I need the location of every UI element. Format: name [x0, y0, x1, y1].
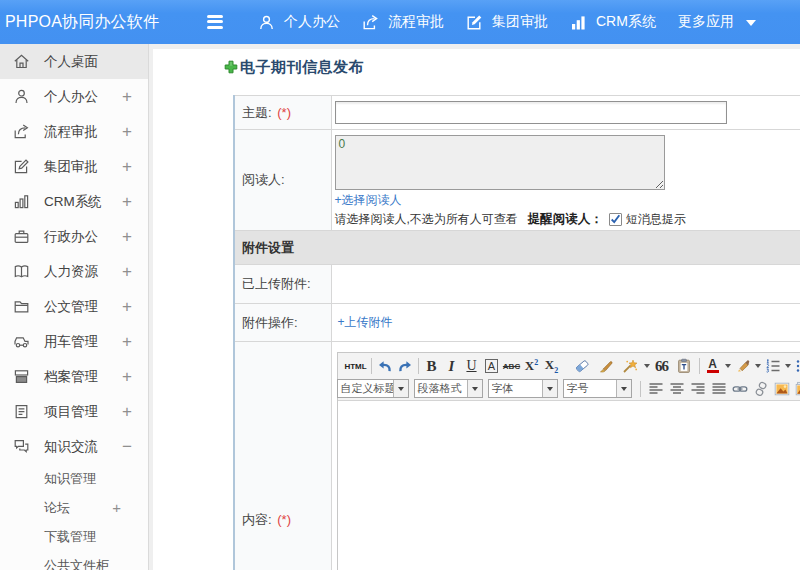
- crm-chart-icon: [570, 14, 587, 31]
- highlight-color-icon[interactable]: [733, 356, 753, 376]
- home-icon: [13, 53, 30, 70]
- quick-format-caret[interactable]: [642, 356, 652, 376]
- blockquote-button[interactable]: 66: [652, 356, 672, 376]
- top-navigation: 个人办公 流程审批 集团审批 CRM系统 更多应用: [250, 0, 756, 44]
- align-left-icon[interactable]: [648, 381, 664, 397]
- archive-icon: [13, 368, 30, 385]
- ordered-list-icon[interactable]: [763, 356, 783, 376]
- format-painter-icon[interactable]: [594, 356, 618, 376]
- paragraph-format-select[interactable]: 段落格式: [414, 379, 483, 398]
- align-right-icon[interactable]: [690, 381, 706, 397]
- expand-toggle[interactable]: +: [122, 157, 132, 177]
- topnav-personal-office[interactable]: 个人办公: [258, 13, 340, 31]
- bar-chart-icon: [13, 193, 30, 210]
- sidebar-item-label: 档案管理: [44, 368, 98, 386]
- editor-toolbar: HTML B I: [338, 353, 800, 401]
- strikethrough-button[interactable]: ABC: [502, 356, 522, 376]
- redo-button[interactable]: [395, 356, 415, 376]
- content-label: 内容:: [242, 512, 272, 527]
- sidebar-item-process-approval[interactable]: 流程审批 +: [0, 114, 148, 149]
- subject-input[interactable]: [335, 101, 727, 124]
- sidebar-item-personal-office[interactable]: 个人办公 +: [0, 79, 148, 114]
- unordered-list-icon[interactable]: [793, 356, 800, 376]
- select-readers-link[interactable]: +选择阅读人: [335, 194, 402, 207]
- uploaded-label: 已上传附件:: [242, 276, 311, 291]
- italic-button[interactable]: I: [442, 356, 462, 376]
- topbar: PHPOA协同办公软件 个人办公 流程审批 集团审批: [0, 0, 800, 44]
- car-icon: [13, 333, 30, 350]
- highlight-color-caret[interactable]: [753, 356, 763, 376]
- expand-toggle[interactable]: +: [122, 402, 132, 422]
- sidebar-item-label: CRM系统: [44, 193, 102, 211]
- sidebar-item-vehicle-management[interactable]: 用车管理 +: [0, 324, 148, 359]
- sidebar-item-document-management[interactable]: 公文管理 +: [0, 289, 148, 324]
- toolbar-separator: [699, 358, 700, 374]
- expand-toggle[interactable]: +: [122, 332, 132, 352]
- sidebar-subitem-public-file-cabinet[interactable]: 公共文件柜: [0, 551, 148, 570]
- sms-checkbox[interactable]: [609, 213, 622, 226]
- sidebar-item-human-resources[interactable]: 人力资源 +: [0, 254, 148, 289]
- expand-toggle[interactable]: +: [122, 262, 132, 282]
- font-size-select[interactable]: 字号: [563, 379, 632, 398]
- expand-toggle[interactable]: +: [122, 367, 132, 387]
- sidebar-subitem-knowledge-management[interactable]: 知识管理: [0, 464, 148, 493]
- editor-content[interactable]: [338, 401, 800, 570]
- toolbar-separator: [640, 381, 641, 397]
- align-center-icon[interactable]: [669, 381, 685, 397]
- underline-button[interactable]: U: [462, 356, 482, 376]
- sidebar-subitem-forum[interactable]: 论坛 +: [0, 493, 148, 522]
- sidebar-item-crm[interactable]: CRM系统 +: [0, 184, 148, 219]
- sidebar-subitem-download-management[interactable]: 下载管理: [0, 522, 148, 551]
- expand-toggle[interactable]: +: [122, 192, 132, 212]
- readers-label: 阅读人:: [242, 172, 285, 187]
- quick-format-icon[interactable]: [618, 356, 642, 376]
- topnav-label: 流程审批: [388, 13, 444, 31]
- expand-toggle[interactable]: +: [122, 297, 132, 317]
- toolbar-separator: [418, 358, 419, 374]
- ordered-list-caret[interactable]: [783, 356, 793, 376]
- expand-toggle[interactable]: +: [122, 122, 132, 142]
- page-title: 电子期刊信息发布: [224, 56, 364, 78]
- font-name-button[interactable]: A: [482, 356, 502, 376]
- expand-toggle[interactable]: −: [122, 437, 132, 457]
- font-color-caret[interactable]: [723, 356, 733, 376]
- topnav-process-approval[interactable]: 流程审批: [362, 13, 444, 31]
- topnav-group-approval[interactable]: 集团审批: [466, 13, 548, 31]
- paste-plain-icon[interactable]: [672, 356, 696, 376]
- caret-down-icon: [746, 20, 756, 26]
- superscript-button[interactable]: X2: [522, 356, 542, 376]
- sidebar-item-admin-office[interactable]: 行政办公 +: [0, 219, 148, 254]
- hamburger-menu-icon[interactable]: [207, 15, 223, 29]
- insert-link-icon[interactable]: [732, 381, 748, 397]
- expand-toggle[interactable]: +: [112, 499, 121, 516]
- sidebar-item-personal-desktop[interactable]: 个人桌面: [0, 44, 148, 79]
- bold-button[interactable]: B: [422, 356, 442, 376]
- sidebar-item-project-management[interactable]: 项目管理 +: [0, 394, 148, 429]
- font-family-select[interactable]: 字体: [488, 379, 558, 398]
- expand-toggle[interactable]: +: [122, 87, 132, 107]
- remove-link-icon[interactable]: [753, 381, 769, 397]
- topnav-more-apps[interactable]: 更多应用: [678, 13, 756, 31]
- subscript-button[interactable]: X2: [542, 356, 562, 376]
- attachment-section-row: 附件设置: [234, 231, 800, 265]
- remove-format-button[interactable]: [570, 356, 594, 376]
- align-justify-icon[interactable]: [711, 381, 727, 397]
- chat-bubbles-icon: [13, 438, 30, 455]
- upload-attachment-link[interactable]: +上传附件: [338, 315, 393, 329]
- required-mark: (*): [277, 512, 291, 527]
- custom-title-select[interactable]: 自定义标题: [337, 379, 409, 398]
- sidebar-item-label: 行政办公: [44, 228, 98, 246]
- select-caret-icon: [542, 380, 557, 397]
- font-color-button[interactable]: A: [703, 356, 723, 376]
- insert-image-icon[interactable]: [774, 381, 790, 397]
- sidebar-item-archive-management[interactable]: 档案管理 +: [0, 359, 148, 394]
- application-window: PHPOA协同办公软件 个人办公 流程审批 集团审批: [0, 0, 800, 570]
- topnav-crm[interactable]: CRM系统: [570, 13, 656, 31]
- source-code-button[interactable]: HTML: [344, 356, 368, 376]
- sidebar-item-knowledge-exchange[interactable]: 知识交流 −: [0, 429, 148, 464]
- readers-textarea[interactable]: 0: [335, 135, 665, 190]
- undo-button[interactable]: [375, 356, 395, 376]
- sidebar-item-group-approval[interactable]: 集团审批 +: [0, 149, 148, 184]
- insert-media-icon[interactable]: [795, 381, 800, 397]
- expand-toggle[interactable]: +: [122, 227, 132, 247]
